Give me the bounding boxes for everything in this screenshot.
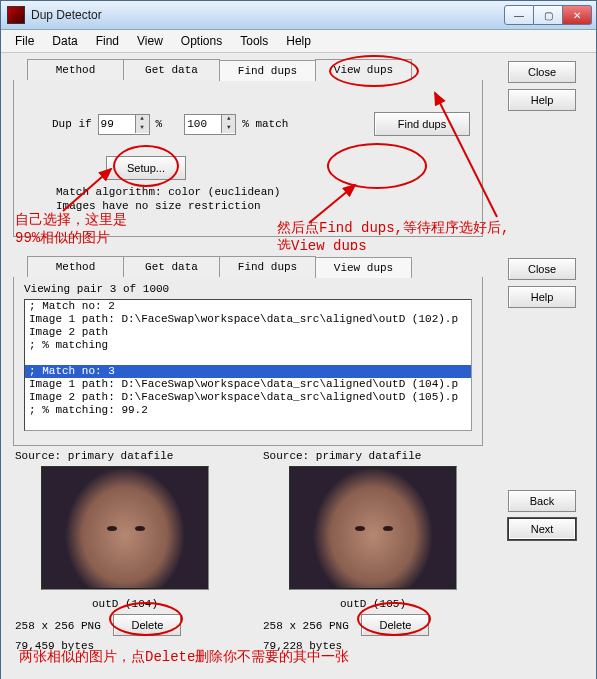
down-arrow-icon[interactable]: ▼	[135, 124, 149, 133]
filename-left: outD (104)	[92, 598, 158, 610]
close-window-button[interactable]: ✕	[563, 5, 592, 25]
down-arrow-icon[interactable]: ▼	[221, 124, 235, 133]
tab-method[interactable]: Method	[27, 59, 124, 80]
help-button[interactable]: Help	[508, 89, 576, 111]
match-label: % match	[242, 118, 288, 130]
dupif-label: Dup if	[52, 118, 92, 130]
app-icon	[7, 6, 25, 24]
menu-find[interactable]: Find	[88, 32, 127, 50]
tab-finddups[interactable]: Find dups	[219, 60, 316, 81]
dupif-input[interactable]	[99, 116, 135, 133]
dupif-spinner[interactable]: ▲▼	[98, 114, 150, 135]
list-line[interactable]: ; Match no: 3	[25, 365, 471, 378]
delete-button-left[interactable]: Delete	[113, 614, 181, 636]
delete-button-right[interactable]: Delete	[361, 614, 429, 636]
tab-getdata-2[interactable]: Get data	[123, 256, 220, 277]
bytes-right: 79,228 bytes	[263, 640, 483, 652]
image-preview-right	[289, 466, 457, 590]
find-dups-button[interactable]: Find dups	[374, 112, 470, 136]
menu-help[interactable]: Help	[278, 32, 319, 50]
list-line[interactable]: ; Match no: 4	[25, 430, 471, 431]
tab-viewdups[interactable]: View dups	[315, 59, 412, 80]
image-preview-left	[41, 466, 209, 590]
close-button[interactable]: Close	[508, 61, 576, 83]
menu-options[interactable]: Options	[173, 32, 230, 50]
menu-tools[interactable]: Tools	[232, 32, 276, 50]
tab-viewdups-2[interactable]: View dups	[315, 257, 412, 278]
tab-finddups-2[interactable]: Find dups	[219, 256, 316, 277]
menu-file[interactable]: File	[7, 32, 42, 50]
minimize-button[interactable]: —	[504, 5, 534, 25]
setup-button[interactable]: Setup...	[106, 156, 186, 180]
dimensions-right: 258 x 256 PNG	[263, 620, 349, 632]
match-listbox[interactable]: ; Match no: 2Image 1 path: D:\FaceSwap\w…	[24, 299, 472, 431]
close-button-2[interactable]: Close	[508, 258, 576, 280]
list-line[interactable]: Image 2 path: D:\FaceSwap\workspace\data…	[25, 391, 471, 404]
viewing-label: Viewing pair 3 of 1000	[24, 283, 472, 295]
algorithm-text: Match algorithm: color (euclidean)	[56, 186, 470, 198]
back-button[interactable]: Back	[508, 490, 576, 512]
match-input[interactable]	[185, 116, 221, 133]
up-arrow-icon[interactable]: ▲	[221, 115, 235, 124]
size-text: Images have no size restriction	[56, 200, 470, 212]
list-line[interactable]: ; % matching	[25, 339, 471, 352]
list-line[interactable]: Image 1 path: D:\FaceSwap\workspace\data…	[25, 313, 471, 326]
filename-right: outD (105)	[340, 598, 406, 610]
menu-view[interactable]: View	[129, 32, 171, 50]
list-line[interactable]: Image 1 path: D:\FaceSwap\workspace\data…	[25, 378, 471, 391]
dimensions-left: 258 x 256 PNG	[15, 620, 101, 632]
list-line[interactable]	[25, 417, 471, 430]
list-line[interactable]: Image 2 path	[25, 326, 471, 339]
help-button-2[interactable]: Help	[508, 286, 576, 308]
tab-getdata[interactable]: Get data	[123, 59, 220, 80]
bytes-left: 79,459 bytes	[15, 640, 235, 652]
maximize-button[interactable]: ▢	[534, 5, 563, 25]
next-button[interactable]: Next	[508, 518, 576, 540]
list-line[interactable]	[25, 352, 471, 365]
match-spinner[interactable]: ▲▼	[184, 114, 236, 135]
source-label-right: Source: primary datafile	[263, 450, 483, 462]
menu-data[interactable]: Data	[44, 32, 85, 50]
percent-label: %	[156, 118, 163, 130]
tab-method-2[interactable]: Method	[27, 256, 124, 277]
up-arrow-icon[interactable]: ▲	[135, 115, 149, 124]
list-line[interactable]: ; % matching: 99.2	[25, 404, 471, 417]
window-title: Dup Detector	[31, 8, 504, 22]
source-label-left: Source: primary datafile	[15, 450, 235, 462]
list-line[interactable]: ; Match no: 2	[25, 300, 471, 313]
